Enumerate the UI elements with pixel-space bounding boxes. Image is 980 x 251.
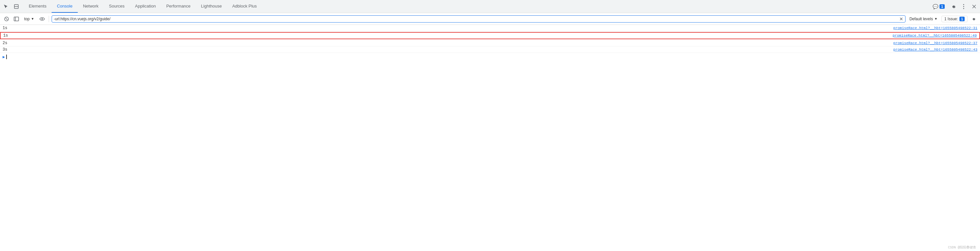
issues-button[interactable]: 1 Issue: 1 — [942, 16, 967, 22]
log-levels-selector[interactable]: Default levels ▼ — [907, 16, 940, 22]
svg-line-8 — [6, 18, 8, 20]
log-source-link[interactable]: promiseRace.html?__hbt=1655805498522:31 — [893, 26, 977, 30]
close-icon[interactable] — [970, 2, 979, 11]
log-text: 1s — [3, 26, 893, 30]
svg-rect-9 — [14, 17, 19, 21]
log-row: 1s promiseRace.html?__hbt=1655805498522:… — [0, 25, 980, 31]
cursor-tool-icon[interactable] — [1, 2, 10, 11]
more-options-icon[interactable] — [959, 2, 968, 11]
tab-elements[interactable]: Elements — [24, 0, 52, 13]
log-source-link[interactable]: promiseRace.html?__hbt=1655805498522:37 — [893, 41, 977, 45]
tab-bar: Elements Console Network Sources Applica… — [0, 0, 980, 13]
tab-adblock-plus[interactable]: Adblock Plus — [227, 0, 262, 13]
svg-point-4 — [963, 8, 964, 9]
svg-point-12 — [41, 18, 43, 19]
log-levels-label: Default levels — [910, 17, 933, 21]
log-text: 2s — [3, 41, 893, 45]
tab-performance[interactable]: Performance — [161, 0, 196, 13]
dropdown-arrow-icon: ▼ — [31, 17, 34, 21]
prompt-arrow-icon: ▶ — [3, 54, 5, 59]
issues-count-badge: 1 — [940, 4, 945, 9]
log-text: 1s — [3, 34, 893, 38]
tab-network[interactable]: Network — [78, 0, 104, 13]
tab-console[interactable]: Console — [52, 0, 78, 13]
svg-point-2 — [963, 4, 964, 5]
devtools-window: Elements Console Network Sources Applica… — [0, 0, 980, 251]
issues-badge: 1 — [959, 17, 965, 21]
tabs-list: Elements Console Network Sources Applica… — [24, 0, 930, 13]
chat-icon: 💬 — [932, 4, 938, 9]
log-row-highlighted: 1s promiseRace.html?__hbt=1655805498522:… — [0, 32, 980, 39]
context-selector[interactable]: top ▼ — [22, 16, 36, 22]
toolbar-divider — [49, 16, 49, 22]
log-row: 2s promiseRace.html?__hbt=1655805498522:… — [0, 40, 980, 46]
console-input-row[interactable]: ▶ — [0, 53, 980, 61]
eye-icon[interactable] — [38, 15, 46, 23]
context-label: top — [24, 17, 30, 21]
dock-toggle-icon[interactable] — [12, 2, 21, 11]
tab-sources[interactable]: Sources — [104, 0, 130, 13]
cursor-blink — [6, 54, 7, 59]
tab-lighthouse[interactable]: Lighthouse — [196, 0, 227, 13]
console-content: 1s promiseRace.html?__hbt=1655805498522:… — [0, 25, 980, 251]
log-source-link[interactable]: promiseRace.html?__hbt=1655805498522:43 — [893, 48, 977, 52]
log-text: 3s — [3, 47, 893, 52]
clear-console-icon[interactable] — [3, 15, 10, 23]
log-levels-arrow-icon: ▼ — [934, 17, 937, 21]
console-settings-icon[interactable] — [970, 15, 977, 23]
show-sidebar-icon[interactable] — [13, 15, 20, 23]
watermark: CSDN @阳阳叠键查 — [948, 245, 976, 250]
log-source-link[interactable]: promiseRace.html?__hbt=1655805498522:49 — [893, 34, 977, 38]
svg-point-3 — [963, 6, 964, 7]
log-row: 3s promiseRace.html?__hbt=1655805498522:… — [0, 46, 980, 53]
console-toolbar: top ▼ ✕ Default levels ▼ 1 Issue: 1 — [0, 13, 980, 25]
filter-input-wrapper[interactable]: ✕ — [52, 15, 905, 22]
tab-right-icons: 💬 1 — [930, 2, 979, 11]
clear-filter-icon[interactable]: ✕ — [899, 16, 903, 22]
tab-icons — [1, 2, 21, 11]
settings-icon[interactable] — [949, 2, 958, 11]
tab-application[interactable]: Application — [130, 0, 161, 13]
issues-badge-button[interactable]: 💬 1 — [930, 3, 947, 10]
issues-label: 1 Issue: — [944, 17, 958, 21]
filter-input[interactable] — [54, 17, 899, 21]
